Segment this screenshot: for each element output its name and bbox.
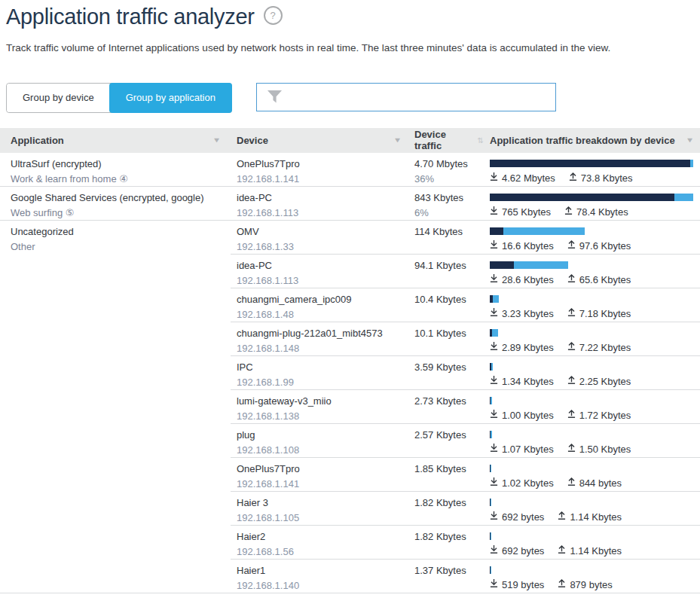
breakdown-values: 16.6 Kbytes97.6 Kbytes <box>490 240 693 252</box>
upload-value: 97.6 Kbytes <box>567 240 631 252</box>
sort-caret-icon[interactable]: ▼ <box>212 136 222 144</box>
breakdown-cell: 2.89 Kbytes7.22 Kbytes <box>484 322 700 355</box>
column-header-application[interactable]: Application ▼ <box>0 135 231 146</box>
upload-amount: 78.4 Kbytes <box>576 206 628 218</box>
application-category: Web surfing ⑤ <box>11 206 223 219</box>
device-ip: 192.168.1.99 <box>237 376 401 389</box>
upload-value: 1.14 Kbytes <box>558 511 622 523</box>
device-cell: idea-PC192.168.1.113 <box>231 255 408 288</box>
device-cell: Haier 3192.168.1.105 <box>231 492 408 525</box>
device-ip: 192.168.1.148 <box>237 342 401 355</box>
table-group: UncategorizedOtherOMV192.168.1.33114 Kby… <box>0 221 700 593</box>
device-traffic-cell: 1.85 Kbytes <box>408 458 484 491</box>
device-traffic-cell: 3.59 Kbytes <box>408 356 484 389</box>
upload-bar-segment <box>491 465 491 472</box>
device-traffic-value: 10.1 Kbytes <box>414 327 484 340</box>
upload-value: 65.6 Kbytes <box>567 274 631 285</box>
device-name: Haier1 <box>237 564 401 577</box>
breakdown-values: 1.00 Kbytes1.72 Kbytes <box>490 410 693 421</box>
column-header-device[interactable]: Device ▼ <box>231 135 408 146</box>
device-name: idea-PC <box>237 191 401 204</box>
device-traffic-value: 1.82 Kbytes <box>414 496 484 509</box>
table-row: Haier1192.168.1.1401.37 Kbytes519 bytes8… <box>231 560 700 593</box>
application-category: Work & learn from home ④ <box>11 172 223 185</box>
breakdown-cell: 765 Kbytes78.4 Kbytes <box>484 187 700 220</box>
sort-caret-icon[interactable]: ▼ <box>393 136 402 144</box>
download-value: 3.23 Kbytes <box>490 308 554 319</box>
table-row: chuangmi_camera_ipc009192.168.1.4810.4 K… <box>231 288 700 322</box>
download-amount: 1.02 Kbytes <box>502 477 554 489</box>
download-value: 692 bytes <box>490 545 544 557</box>
device-name: idea-PC <box>237 259 401 272</box>
upload-amount: 1.50 Kbytes <box>579 444 631 455</box>
device-ip: 192.168.1.141 <box>237 477 401 490</box>
breakdown-cell: 692 bytes1.14 Kbytes <box>484 492 700 525</box>
download-amount: 16.6 Kbytes <box>502 240 554 252</box>
group-mode-tabs: Group by device Group by application <box>6 83 232 113</box>
download-icon <box>490 579 498 590</box>
upload-icon <box>558 579 566 590</box>
device-cell: OnePlus7Tpro192.168.1.141 <box>231 153 408 186</box>
sort-caret-icon[interactable]: ▼ <box>686 136 695 144</box>
column-header-breakdown[interactable]: Application traffic breakdown by device … <box>484 135 700 146</box>
upload-amount: 73.8 Kbytes <box>581 172 633 184</box>
device-traffic-value: 1.37 Kbytes <box>414 564 484 577</box>
traffic-bar <box>490 566 491 574</box>
page-description: Track traffic volume of Internet applica… <box>6 41 630 56</box>
breakdown-cell: 1.07 Kbytes1.50 Kbytes <box>484 424 700 457</box>
upload-icon <box>558 545 566 557</box>
traffic-table: Application ▼ Device ▼ Device traffic ⇅ … <box>0 128 700 593</box>
application-name: UltraSurf (encrypted) <box>11 157 223 170</box>
table-row: OnePlus7Tpro192.168.1.1411.85 Kbytes1.02… <box>231 458 700 492</box>
device-traffic-percent: 6% <box>414 206 484 219</box>
breakdown-values: 692 bytes1.14 Kbytes <box>490 511 693 523</box>
upload-icon <box>567 444 576 455</box>
table-body: UltraSurf (encrypted)Work & learn from h… <box>0 153 700 593</box>
tab-group-by-application[interactable]: Group by application <box>109 83 232 113</box>
device-cell: chuangmi_camera_ipc009192.168.1.48 <box>231 288 408 322</box>
sort-arrows-icon[interactable]: ⇅ <box>478 136 484 145</box>
device-traffic-cell: 2.57 Kbytes <box>408 424 484 457</box>
filter-funnel-icon <box>267 90 283 104</box>
breakdown-values: 1.02 Kbytes844 bytes <box>490 477 693 489</box>
breakdown-values: 519 bytes879 bytes <box>490 579 693 590</box>
filter-input[interactable] <box>283 84 555 111</box>
upload-icon <box>567 342 576 353</box>
device-ip: 192.168.1.141 <box>237 172 401 185</box>
table-row: IPC192.168.1.993.59 Kbytes1.34 Kbytes2.2… <box>231 356 700 390</box>
upload-bar-segment <box>690 160 693 167</box>
upload-bar-segment <box>491 397 492 404</box>
traffic-bar <box>490 329 498 337</box>
device-name: lumi-gateway-v3_miio <box>237 395 401 407</box>
download-amount: 765 Kbytes <box>502 206 551 218</box>
device-traffic-cell: 94.1 Kbytes <box>408 255 484 288</box>
device-cell: Haier2192.168.1.56 <box>231 526 408 559</box>
upload-amount: 879 bytes <box>570 579 612 590</box>
breakdown-values: 1.07 Kbytes1.50 Kbytes <box>490 444 693 455</box>
breakdown-cell: 16.6 Kbytes97.6 Kbytes <box>484 221 700 254</box>
device-traffic-percent: 36% <box>414 172 484 185</box>
upload-value: 879 bytes <box>558 579 612 590</box>
traffic-bar <box>490 194 693 201</box>
application-category: Other <box>11 240 223 253</box>
download-value: 4.62 Mbytes <box>490 172 555 184</box>
tab-group-by-device[interactable]: Group by device <box>7 84 110 112</box>
column-header-device-traffic[interactable]: Device traffic ⇅ <box>408 129 484 151</box>
upload-icon <box>567 274 576 285</box>
breakdown-values: 1.34 Kbytes2.25 Kbytes <box>490 376 693 387</box>
breakdown-cell: 1.34 Kbytes2.25 Kbytes <box>484 356 700 389</box>
download-value: 1.34 Kbytes <box>490 376 554 387</box>
breakdown-cell: 28.6 Kbytes65.6 Kbytes <box>484 255 700 288</box>
device-ip: 192.168.1.56 <box>237 545 401 558</box>
device-traffic-value: 3.59 Kbytes <box>414 361 484 374</box>
device-traffic-cell: 1.82 Kbytes <box>408 492 484 525</box>
page-title: Application traffic analyzer <box>6 4 255 29</box>
download-icon <box>490 444 498 455</box>
table-row: idea-PC192.168.1.113843 Kbytes6%765 Kbyt… <box>231 187 700 221</box>
upload-value: 7.18 Kbytes <box>567 308 631 319</box>
help-icon[interactable]: ? <box>264 6 283 25</box>
application-cell: Google Shared Services (encrypted, googl… <box>0 187 231 221</box>
upload-amount: 7.18 Kbytes <box>579 308 631 319</box>
breakdown-values: 692 bytes1.14 Kbytes <box>490 545 693 557</box>
upload-bar-segment <box>491 566 491 574</box>
